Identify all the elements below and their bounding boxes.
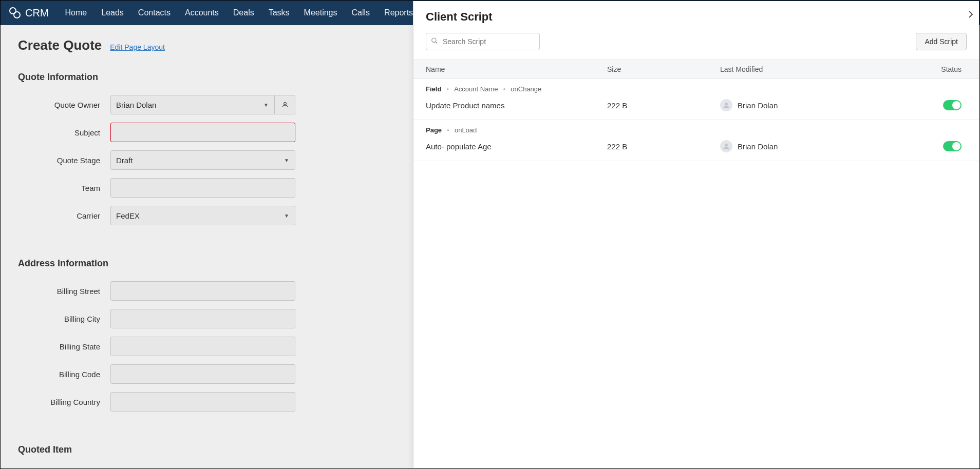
billing-city-field[interactable] bbox=[110, 309, 295, 328]
billing-country-label: Billing Country bbox=[18, 398, 110, 406]
billing-country-field[interactable] bbox=[110, 392, 295, 412]
script-meta-type: Field bbox=[426, 85, 441, 93]
nav-item-home[interactable]: Home bbox=[58, 1, 95, 25]
user-icon bbox=[723, 102, 730, 109]
nav-item-deals[interactable]: Deals bbox=[226, 1, 261, 25]
billing-state-field[interactable] bbox=[110, 337, 295, 356]
owner-lookup-button[interactable] bbox=[275, 95, 295, 114]
nav-item-meetings[interactable]: Meetings bbox=[297, 1, 345, 25]
script-meta-event: onLoad bbox=[455, 126, 477, 134]
brand-logo[interactable]: CRM bbox=[9, 7, 49, 19]
dot-icon: ● bbox=[503, 87, 505, 91]
script-row[interactable]: Auto- populate Age 222 B Brian Dolan bbox=[413, 136, 979, 161]
avatar bbox=[720, 99, 732, 111]
client-script-panel: Client Script Add Script Name Size Last … bbox=[413, 1, 979, 468]
script-modified-by: Brian Dolan bbox=[738, 101, 778, 110]
user-lookup-icon bbox=[281, 101, 289, 108]
billing-state-label: Billing State bbox=[18, 342, 110, 351]
script-name: Update Product names bbox=[426, 101, 607, 110]
svg-line-4 bbox=[436, 42, 438, 44]
chevron-right-icon bbox=[968, 10, 974, 18]
panel-title: Client Script bbox=[426, 10, 493, 24]
nav-item-accounts[interactable]: Accounts bbox=[178, 1, 226, 25]
script-row[interactable]: Update Product names 222 B Brian Dolan bbox=[413, 95, 979, 120]
script-modified-by: Brian Dolan bbox=[738, 142, 778, 151]
script-meta-target: Account Name bbox=[454, 85, 498, 93]
quote-stage-label: Quote Stage bbox=[18, 156, 110, 165]
script-meta-event: onChange bbox=[511, 85, 541, 93]
svg-point-3 bbox=[432, 38, 436, 42]
add-script-button[interactable]: Add Script bbox=[916, 33, 967, 50]
billing-city-label: Billing City bbox=[18, 315, 110, 323]
carrier-select[interactable] bbox=[110, 206, 295, 225]
billing-code-field[interactable] bbox=[110, 364, 295, 384]
team-label: Team bbox=[18, 184, 110, 192]
subject-field[interactable] bbox=[110, 123, 295, 142]
script-size: 222 B bbox=[607, 101, 720, 110]
brand-text: CRM bbox=[25, 7, 49, 19]
script-group: Page ● onLoad Auto- populate Age 222 B B… bbox=[413, 120, 979, 161]
svg-point-5 bbox=[725, 103, 728, 106]
team-field[interactable] bbox=[110, 178, 295, 198]
subject-label: Subject bbox=[18, 128, 110, 137]
svg-point-1 bbox=[14, 12, 20, 18]
col-size: Size bbox=[607, 65, 720, 73]
page-title: Create Quote bbox=[18, 37, 102, 53]
svg-point-6 bbox=[725, 144, 728, 147]
edit-page-layout-link[interactable]: Edit Page Layout bbox=[110, 43, 165, 51]
billing-code-label: Billing Code bbox=[18, 370, 110, 379]
dot-icon: ● bbox=[447, 128, 449, 132]
search-icon bbox=[431, 37, 438, 46]
svg-point-2 bbox=[284, 102, 286, 105]
script-meta-type: Page bbox=[426, 126, 442, 134]
close-panel-button[interactable] bbox=[966, 7, 976, 23]
search-script-input[interactable] bbox=[426, 33, 540, 50]
user-icon bbox=[723, 143, 730, 150]
billing-street-field[interactable] bbox=[110, 281, 295, 301]
quote-owner-label: Quote Owner bbox=[18, 101, 110, 109]
col-name: Name bbox=[426, 65, 607, 73]
nav-item-tasks[interactable]: Tasks bbox=[261, 1, 297, 25]
status-toggle[interactable] bbox=[943, 100, 962, 110]
avatar bbox=[720, 140, 732, 152]
dot-icon: ● bbox=[446, 87, 449, 91]
script-name: Auto- populate Age bbox=[426, 142, 607, 151]
script-group: Field ● Account Name ● onChange Update P… bbox=[413, 79, 979, 120]
script-table-header: Name Size Last Modified Status bbox=[413, 60, 979, 79]
status-toggle[interactable] bbox=[943, 141, 962, 151]
col-last-modified: Last Modified bbox=[720, 65, 905, 73]
quote-stage-select[interactable] bbox=[110, 150, 295, 170]
quote-owner-field[interactable] bbox=[110, 95, 275, 114]
billing-street-label: Billing Street bbox=[18, 287, 110, 296]
carrier-label: Carrier bbox=[18, 211, 110, 220]
nav-item-leads[interactable]: Leads bbox=[94, 1, 131, 25]
script-size: 222 B bbox=[607, 142, 720, 151]
nav-item-contacts[interactable]: Contacts bbox=[131, 1, 178, 25]
nav-item-calls[interactable]: Calls bbox=[345, 1, 378, 25]
col-status: Status bbox=[905, 65, 967, 73]
crm-logo-icon bbox=[9, 7, 21, 19]
